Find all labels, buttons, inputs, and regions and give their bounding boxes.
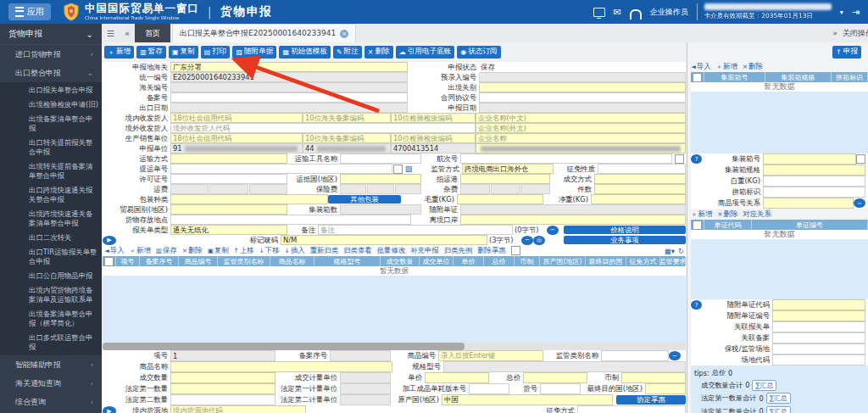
- form-field[interactable]: [460, 215, 686, 225]
- form-field[interactable]: [598, 164, 686, 174]
- form-field[interactable]: 中国: [442, 394, 613, 405]
- sidebar-group[interactable]: 智能辅助申报‹: [0, 355, 102, 374]
- sidebar-item[interactable]: 出口二次转关: [0, 231, 102, 245]
- sidebar-item[interactable]: 出境跨境快速通关备案清单整合申报: [0, 207, 102, 231]
- form-field[interactable]: [577, 405, 686, 413]
- form-field[interactable]: [460, 204, 686, 215]
- form-field[interactable]: [772, 310, 865, 321]
- fee-segment[interactable]: [460, 184, 490, 194]
- sum-button[interactable]: ∑汇总: [752, 380, 776, 391]
- sidebar-item[interactable]: 出口多式联运整合申报: [0, 331, 102, 354]
- tool-link-归类查看[interactable]: 归类查看: [343, 246, 372, 255]
- form-field[interactable]: [457, 194, 543, 204]
- sidebar-item[interactable]: 出口跨境快速通关报关整合申报: [0, 183, 102, 207]
- other-package-button[interactable]: 其他包装: [328, 195, 401, 204]
- header-checkbox[interactable]: [104, 257, 114, 266]
- form-field[interactable]: [594, 174, 686, 184]
- form-field-redacted[interactable]: 91: [170, 143, 303, 153]
- sidebar-item[interactable]: 出境备案清单整合申报: [0, 112, 102, 136]
- fee-segment[interactable]: [395, 184, 421, 194]
- checkbox[interactable]: [856, 153, 865, 165]
- form-field[interactable]: [170, 372, 275, 383]
- tool-link-批量修改[interactable]: 批量修改: [377, 246, 406, 255]
- fee-segment[interactable]: [249, 184, 287, 194]
- form-field[interactable]: [425, 372, 489, 383]
- delete-button[interactable]: ×删除: [364, 46, 393, 59]
- tool-link-归类先例[interactable]: 归类先例: [444, 246, 473, 255]
- form-field[interactable]: 10位检验检疫编码: [391, 113, 476, 123]
- form-field[interactable]: [621, 372, 686, 383]
- note-button[interactable]: ✎附注: [333, 46, 362, 59]
- business-matters-button[interactable]: 业务事项: [564, 236, 686, 244]
- minus-icon[interactable]: −: [521, 236, 533, 245]
- form-field[interactable]: [170, 383, 275, 394]
- print-button[interactable]: ▤打印: [201, 46, 231, 59]
- form-field[interactable]: 录入后按Enter键: [438, 350, 543, 361]
- tool-link-复制[interactable]: ▣复制: [208, 246, 229, 255]
- tool-link-导入[interactable]: ◄导入: [691, 62, 711, 71]
- form-field[interactable]: [170, 215, 411, 225]
- sidebar-item[interactable]: 出口TIR运输报关单整合申报: [0, 245, 102, 269]
- form-field[interactable]: [170, 103, 408, 113]
- menu-icon[interactable]: ☰: [107, 29, 114, 38]
- form-field[interactable]: 10位检验检疫编码: [391, 133, 476, 143]
- monitor-icon[interactable]: [593, 8, 605, 17]
- cite-eledger-button[interactable]: ☁引用电子底账: [396, 46, 455, 59]
- header-checkbox[interactable]: [693, 73, 702, 82]
- close-operations[interactable]: » 关闭操作: [832, 28, 868, 39]
- sidebar-group[interactable]: 出口整合申报⌄: [0, 64, 102, 82]
- form-field[interactable]: 18位社会信用代码: [170, 113, 303, 123]
- form-field[interactable]: [340, 204, 421, 215]
- user-menu-caret-icon[interactable]: ▾: [840, 8, 843, 16]
- form-field[interactable]: [763, 187, 865, 198]
- collapse-tabs-icon[interactable]: «: [125, 29, 130, 38]
- tool-link-删除享惠[interactable]: 删除享惠: [477, 246, 506, 255]
- headset-icon[interactable]: [630, 9, 642, 17]
- form-field[interactable]: [330, 350, 391, 361]
- form-field[interactable]: [523, 372, 587, 383]
- mail-icon[interactable]: ✉: [614, 7, 621, 18]
- form-field[interactable]: 10位海关备案编码: [303, 133, 391, 143]
- ring-icon[interactable]: ◎: [533, 236, 545, 245]
- tool-link-删除[interactable]: ×删除: [717, 209, 737, 219]
- form-field[interactable]: 备注: [318, 225, 513, 235]
- checkbox[interactable]: [392, 164, 403, 174]
- form-field[interactable]: [479, 72, 686, 82]
- form-field[interactable]: [479, 92, 686, 103]
- form-field[interactable]: 通关无纸化: [170, 225, 287, 235]
- sidebar-group[interactable]: 海关通知查询‹: [0, 374, 102, 393]
- form-field[interactable]: 18位社会信用代码: [170, 133, 303, 143]
- sum-button[interactable]: ∑汇总: [766, 406, 791, 413]
- sidebar-item[interactable]: 出境检验检疫申请(旧): [0, 98, 102, 112]
- sidebar-item[interactable]: 出境备案清单整合申报（横琴简化）: [0, 307, 102, 331]
- minus-icon[interactable]: −: [547, 226, 559, 235]
- q-icon[interactable]: ?: [691, 154, 702, 164]
- form-field[interactable]: [170, 361, 392, 372]
- fee-segment[interactable]: [209, 184, 248, 194]
- fee-segment[interactable]: [367, 184, 393, 194]
- sidebar-item[interactable]: 出口转关提前报关整合申报: [0, 136, 102, 159]
- save-draft-button[interactable]: ▥暂存: [136, 46, 166, 59]
- form-field[interactable]: [340, 174, 421, 184]
- tool-link-新增[interactable]: ＋新增: [130, 246, 151, 255]
- horizontal-scrollbar[interactable]: [103, 343, 686, 350]
- form-field[interactable]: [340, 153, 421, 164]
- tool-link-新增[interactable]: ＋新增: [691, 209, 712, 219]
- select-all-checkbox[interactable]: [511, 246, 520, 255]
- form-field[interactable]: [170, 194, 328, 204]
- form-field[interactable]: [170, 174, 287, 184]
- form-field[interactable]: [772, 321, 865, 332]
- fee-segment[interactable]: [520, 184, 550, 194]
- close-tab-icon[interactable]: ×: [340, 30, 348, 38]
- tool-link-对应关系[interactable]: 对应关系: [743, 209, 771, 219]
- copy-button[interactable]: ▣复制: [169, 46, 198, 59]
- logout-icon[interactable]: ⇥: [852, 7, 860, 18]
- sidebar-item[interactable]: 出境转关提前备案清单整合申报: [0, 159, 102, 183]
- agreement-benefit-button[interactable]: 协定享惠: [616, 395, 686, 405]
- tool-link-保存[interactable]: ▥保存: [156, 246, 177, 255]
- tool-link-新增[interactable]: ＋新增: [716, 62, 737, 71]
- form-field[interactable]: [170, 394, 275, 405]
- form-field[interactable]: [645, 383, 686, 394]
- form-field[interactable]: [443, 361, 686, 372]
- form-field[interactable]: 企业名称(外文): [476, 123, 686, 133]
